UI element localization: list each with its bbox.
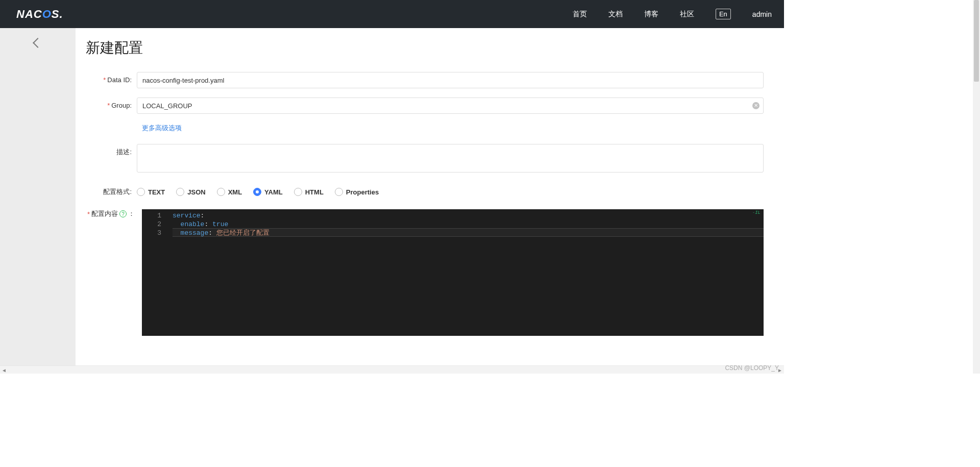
format-radio-group: TEXTJSONXMLYAMLHTMLProperties xyxy=(137,184,764,200)
radio-label: Properties xyxy=(346,188,379,196)
editor-gutter: 123 xyxy=(142,209,166,336)
logo-suffix: S. xyxy=(52,8,63,21)
row-group: *Group: ✕ xyxy=(86,97,764,114)
group-input[interactable] xyxy=(137,97,764,114)
format-radio-html[interactable]: HTML xyxy=(294,188,324,196)
logo-accent: O xyxy=(42,8,52,21)
logo[interactable]: NACOS. xyxy=(16,8,63,21)
radio-icon xyxy=(217,188,225,196)
radio-label: JSON xyxy=(187,188,205,196)
nav-blog[interactable]: 博客 xyxy=(644,10,658,19)
row-desc: 描述: xyxy=(86,144,764,175)
label-content: 配置内容 xyxy=(91,209,118,218)
user-menu[interactable]: admin xyxy=(752,10,772,18)
horizontal-scrollbar[interactable]: ◄ ► xyxy=(0,365,784,374)
radio-icon xyxy=(137,188,145,196)
scroll-left-icon[interactable]: ◄ xyxy=(0,366,8,374)
code-line[interactable]: service: xyxy=(173,211,764,220)
label-format: 配置格式: xyxy=(103,188,132,195)
radio-label: XML xyxy=(228,188,242,196)
main-content: 新建配置 *Data ID: *Group: ✕ 更多高级选项 描述: xyxy=(76,28,784,365)
radio-icon xyxy=(253,188,261,196)
back-icon[interactable] xyxy=(33,38,43,48)
page-title: 新建配置 xyxy=(86,38,764,58)
format-radio-properties[interactable]: Properties xyxy=(335,188,379,196)
label-content-colon: ： xyxy=(128,209,135,218)
format-radio-json[interactable]: JSON xyxy=(176,188,205,196)
nav-community[interactable]: 社区 xyxy=(680,10,694,19)
sidebar xyxy=(0,28,76,365)
label-group: Group: xyxy=(111,102,132,109)
radio-label: YAML xyxy=(264,188,283,196)
editor-badge: -IL xyxy=(752,210,761,215)
radio-icon xyxy=(294,188,302,196)
radio-icon xyxy=(176,188,184,196)
vertical-scrollbar-thumb[interactable] xyxy=(974,0,979,82)
clear-icon[interactable]: ✕ xyxy=(752,102,760,109)
desc-textarea[interactable] xyxy=(137,144,764,173)
topbar: NACOS. 首页 文档 博客 社区 En admin xyxy=(0,0,784,28)
code-line[interactable]: message: 您已经开启了配置 xyxy=(173,228,764,237)
lang-toggle-button[interactable]: En xyxy=(716,9,731,19)
vertical-scrollbar[interactable] xyxy=(973,0,980,374)
label-desc: 描述: xyxy=(116,148,132,156)
topbar-right: 首页 文档 博客 社区 En admin xyxy=(573,9,772,19)
format-radio-text[interactable]: TEXT xyxy=(137,188,165,196)
scroll-right-icon[interactable]: ► xyxy=(776,366,784,374)
editor-code[interactable]: -IL service: enable: true message: 您已经开启… xyxy=(166,209,764,336)
row-format: 配置格式: TEXTJSONXMLYAMLHTMLProperties xyxy=(86,184,764,200)
row-data-id: *Data ID: xyxy=(86,72,764,88)
row-content: * 配置内容 ? ： 123 -IL service: enable: true… xyxy=(86,209,764,336)
code-editor[interactable]: 123 -IL service: enable: true message: 您… xyxy=(142,209,764,336)
data-id-input[interactable] xyxy=(137,72,764,88)
code-line[interactable]: enable: true xyxy=(173,220,764,229)
radio-icon xyxy=(335,188,343,196)
nav-home[interactable]: 首页 xyxy=(573,10,587,19)
more-options-link[interactable]: 更多高级选项 xyxy=(142,124,182,133)
help-icon[interactable]: ? xyxy=(119,210,127,217)
radio-label: HTML xyxy=(305,188,324,196)
logo-prefix: NAC xyxy=(16,8,42,21)
format-radio-xml[interactable]: XML xyxy=(217,188,242,196)
nav-docs[interactable]: 文档 xyxy=(608,10,623,19)
radio-label: TEXT xyxy=(148,188,165,196)
label-data-id: Data ID: xyxy=(107,76,132,84)
format-radio-yaml[interactable]: YAML xyxy=(253,188,283,196)
